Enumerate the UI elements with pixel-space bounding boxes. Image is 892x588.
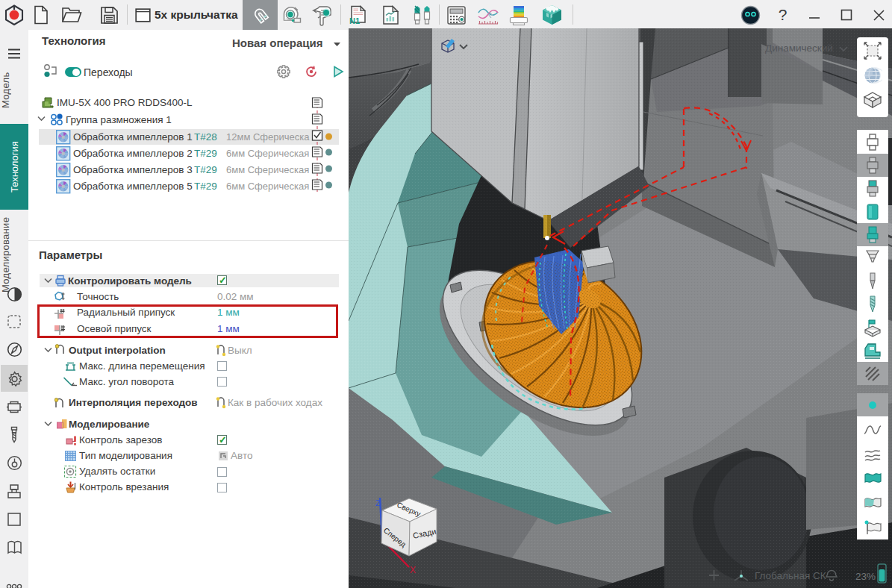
svg-text:Глобальная СК: Глобальная СК bbox=[755, 570, 826, 581]
svg-text:N1: N1 bbox=[349, 16, 360, 25]
svg-text:Z: Z bbox=[375, 498, 381, 507]
svg-text:X: X bbox=[410, 565, 416, 575]
svg-text:Динамический: Динамический bbox=[765, 43, 833, 54]
svg-text:23%: 23% bbox=[855, 571, 876, 582]
